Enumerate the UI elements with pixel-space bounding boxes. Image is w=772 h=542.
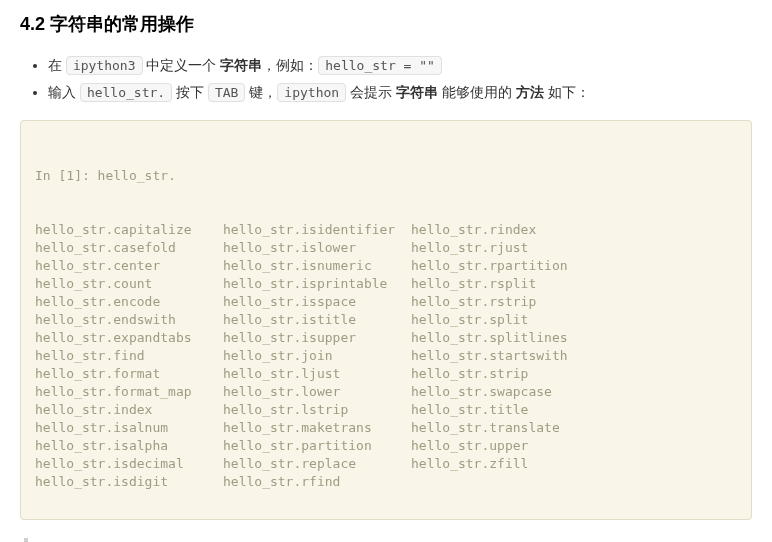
method-name: hello_str.rindex: [411, 221, 737, 239]
method-name: hello_str.isalnum: [35, 419, 223, 437]
inline-code: hello_str.: [80, 83, 172, 102]
method-name: hello_str.swapcase: [411, 383, 737, 401]
method-name: hello_str.rjust: [411, 239, 737, 257]
inline-code: ipython3: [66, 56, 143, 75]
method-row: hello_str.isalphahello_str.partitionhell…: [35, 437, 737, 455]
method-name: hello_str.rstrip: [411, 293, 737, 311]
method-name: hello_str.startswith: [411, 347, 737, 365]
method-name: hello_str.lower: [223, 383, 411, 401]
section-heading: 4.2 字符串的常用操作: [20, 12, 752, 36]
list-item: 在 ipython3 中定义一个 字符串，例如：hello_str = "": [48, 52, 752, 79]
method-name: hello_str.format: [35, 365, 223, 383]
method-name: hello_str.rsplit: [411, 275, 737, 293]
method-name: hello_str.rfind: [223, 473, 411, 491]
method-name: hello_str.isalpha: [35, 437, 223, 455]
method-name: hello_str.endswith: [35, 311, 223, 329]
method-name: hello_str.isupper: [223, 329, 411, 347]
method-row: hello_str.findhello_str.joinhello_str.st…: [35, 347, 737, 365]
method-name: hello_str.format_map: [35, 383, 223, 401]
method-row: hello_str.isdigithello_str.rfind: [35, 473, 737, 491]
method-name: hello_str.capitalize: [35, 221, 223, 239]
method-name: hello_str.upper: [411, 437, 737, 455]
method-name: hello_str.encode: [35, 293, 223, 311]
text: 输入: [48, 84, 80, 100]
method-row: hello_str.counthello_str.isprintablehell…: [35, 275, 737, 293]
code-block: In [1]: hello_str. hello_str.capitalizeh…: [20, 120, 752, 520]
method-name: hello_str.isprintable: [223, 275, 411, 293]
method-name: hello_str.title: [411, 401, 737, 419]
method-name: hello_str.maketrans: [223, 419, 411, 437]
method-name: hello_str.join: [223, 347, 411, 365]
method-name: hello_str.isdecimal: [35, 455, 223, 473]
method-name: hello_str.lstrip: [223, 401, 411, 419]
method-name: hello_str.ljust: [223, 365, 411, 383]
method-name: hello_str.rpartition: [411, 257, 737, 275]
method-name: hello_str.center: [35, 257, 223, 275]
method-row: hello_str.encodehello_str.isspacehello_s…: [35, 293, 737, 311]
list-item: 输入 hello_str. 按下 TAB 键，ipython 会提示 字符串 能…: [48, 79, 752, 106]
method-name: hello_str.casefold: [35, 239, 223, 257]
method-name: hello_str.find: [35, 347, 223, 365]
method-row: hello_str.casefoldhello_str.islowerhello…: [35, 239, 737, 257]
method-name: [411, 473, 737, 491]
method-row: hello_str.indexhello_str.lstriphello_str…: [35, 401, 737, 419]
text: 键，: [245, 84, 277, 100]
tip-blockquote: 提示：正是因为 python 内置提供的方法足够多，才使得在开发时，能够针对字符…: [24, 538, 748, 542]
text: 如下：: [544, 84, 590, 100]
method-name: hello_str.strip: [411, 365, 737, 383]
bold-text: 字符串: [396, 84, 438, 100]
text: ，例如：: [262, 57, 318, 73]
method-listing: hello_str.capitalizehello_str.isidentifi…: [35, 221, 737, 491]
method-row: hello_str.isdecimalhello_str.replacehell…: [35, 455, 737, 473]
text: 中定义一个: [143, 57, 221, 73]
bullet-list: 在 ipython3 中定义一个 字符串，例如：hello_str = "" 输…: [20, 52, 752, 106]
method-name: hello_str.isnumeric: [223, 257, 411, 275]
text: 在: [48, 57, 66, 73]
text: 会提示: [346, 84, 396, 100]
method-row: hello_str.formathello_str.ljusthello_str…: [35, 365, 737, 383]
method-name: hello_str.isidentifier: [223, 221, 411, 239]
bold-text: 方法: [516, 84, 544, 100]
method-row: hello_str.endswithhello_str.istitlehello…: [35, 311, 737, 329]
method-row: hello_str.centerhello_str.isnumerichello…: [35, 257, 737, 275]
method-name: hello_str.isspace: [223, 293, 411, 311]
method-name: hello_str.zfill: [411, 455, 737, 473]
method-name: hello_str.splitlines: [411, 329, 737, 347]
bold-text: 字符串: [220, 57, 262, 73]
text: 按下: [172, 84, 208, 100]
method-name: hello_str.islower: [223, 239, 411, 257]
inline-code: hello_str = "": [318, 56, 442, 75]
method-name: hello_str.partition: [223, 437, 411, 455]
method-name: hello_str.replace: [223, 455, 411, 473]
code-prompt-line: In [1]: hello_str.: [35, 167, 737, 185]
method-name: hello_str.count: [35, 275, 223, 293]
text: 能够使用的: [438, 84, 516, 100]
method-name: hello_str.index: [35, 401, 223, 419]
method-row: hello_str.expandtabshello_str.isupperhel…: [35, 329, 737, 347]
method-row: hello_str.format_maphello_str.lowerhello…: [35, 383, 737, 401]
method-row: hello_str.capitalizehello_str.isidentifi…: [35, 221, 737, 239]
inline-code: ipython: [277, 83, 346, 102]
method-name: hello_str.expandtabs: [35, 329, 223, 347]
inline-code: TAB: [208, 83, 245, 102]
method-row: hello_str.isalnumhello_str.maketranshell…: [35, 419, 737, 437]
method-name: hello_str.translate: [411, 419, 737, 437]
method-name: hello_str.split: [411, 311, 737, 329]
method-name: hello_str.isdigit: [35, 473, 223, 491]
method-name: hello_str.istitle: [223, 311, 411, 329]
